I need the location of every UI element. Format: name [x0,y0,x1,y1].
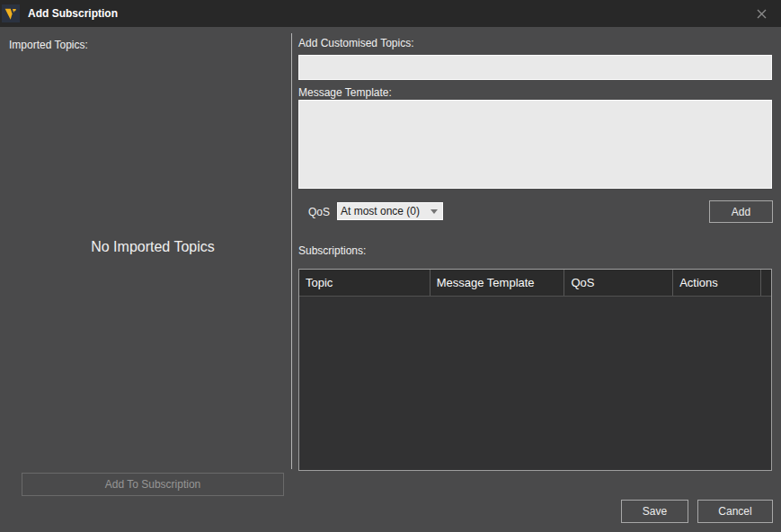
add-button[interactable]: Add [709,200,773,223]
message-template-input[interactable] [298,100,772,189]
save-button[interactable]: Save [621,500,688,523]
column-header-message-template[interactable]: Message Template [430,270,565,296]
cancel-button[interactable]: Cancel [697,500,773,523]
qos-dropdown[interactable]: At most once (0) [337,202,443,220]
qos-label: QoS [308,206,330,218]
window-title: Add Subscription [28,0,118,27]
qos-selected-value: At most once (0) [338,205,430,217]
column-header-topic[interactable]: Topic [299,270,430,296]
column-header-filler [761,270,771,296]
subscriptions-table-header: Topic Message Template QoS Actions [299,270,771,297]
customised-topics-input[interactable] [298,55,772,80]
column-header-qos[interactable]: QoS [564,270,673,296]
app-logo-icon [2,4,20,22]
add-customised-topics-label: Add Customised Topics: [298,37,414,49]
title-bar: Add Subscription [0,0,781,27]
chevron-down-icon [430,209,438,214]
add-subscription-dialog: Add Subscription Imported Topics: No Imp… [0,0,781,532]
no-imported-topics-text: No Imported Topics [22,239,284,255]
subscriptions-label: Subscriptions: [298,244,366,257]
imported-topics-label: Imported Topics: [9,39,88,51]
close-icon[interactable] [749,1,774,26]
panel-divider [291,33,292,469]
column-header-actions[interactable]: Actions [673,270,761,296]
message-template-label: Message Template: [298,86,392,99]
add-to-subscription-button[interactable]: Add To Subscription [22,473,284,496]
subscriptions-table: Topic Message Template QoS Actions [298,269,772,471]
